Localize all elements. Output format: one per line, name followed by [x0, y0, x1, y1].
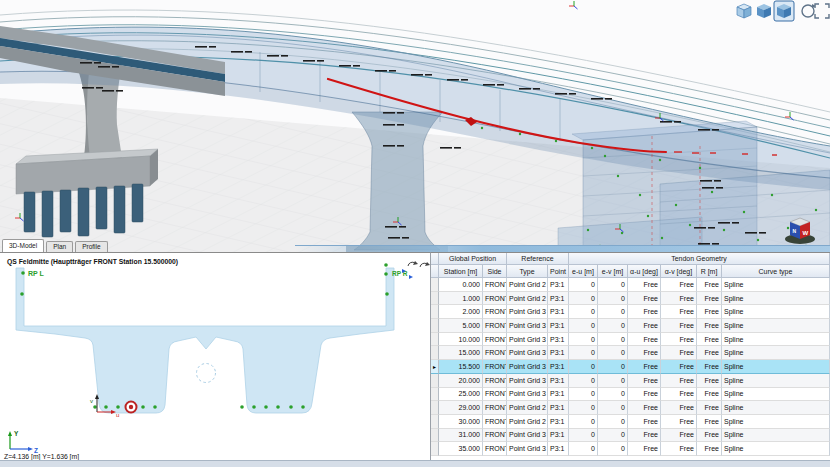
cell-alpha-v[interactable]: Free — [661, 415, 697, 429]
cell-curve-type[interactable]: Spline — [722, 292, 830, 306]
cell-r[interactable]: Free — [697, 442, 722, 456]
cell-alpha-v[interactable]: Free — [661, 346, 697, 360]
cell-alpha-v[interactable]: Free — [661, 292, 697, 306]
cell-curve-type[interactable]: Spline — [722, 333, 830, 347]
table-row[interactable]: 35.000 FRONT Point Grid 3 P3:1 0 0 Free … — [431, 442, 830, 456]
cell-point[interactable]: P3:1 — [548, 442, 569, 456]
table-row[interactable]: 5.000 FRONT Point Grid 3 P3:1 0 0 Free F… — [431, 319, 830, 333]
cell-r[interactable]: Free — [697, 429, 722, 443]
cell-r[interactable]: Free — [697, 415, 722, 429]
cell-station[interactable]: 0.000 — [439, 278, 483, 292]
table-row[interactable]: 20.000 FRONT Point Grid 3 P3:1 0 0 Free … — [431, 374, 830, 388]
cell-eu[interactable]: 0 — [569, 374, 598, 388]
cell-station[interactable]: 5.000 — [439, 319, 483, 333]
row-selector[interactable] — [431, 319, 439, 333]
cell-type[interactable]: Point Grid 3 — [507, 442, 548, 456]
cell-alpha-u[interactable]: Free — [628, 442, 661, 456]
cell-eu[interactable]: 0 — [569, 401, 598, 415]
cell-alpha-v[interactable]: Free — [661, 442, 697, 456]
cell-r[interactable]: Free — [697, 388, 722, 402]
cell-type[interactable]: Point Grid 3 — [507, 305, 548, 319]
row-selector[interactable] — [431, 374, 439, 388]
cell-side[interactable]: FRONT — [483, 333, 507, 347]
table-row[interactable]: 10.000 FRONT Point Grid 3 P3:1 0 0 Free … — [431, 333, 830, 347]
cell-alpha-u[interactable]: Free — [628, 305, 661, 319]
cell-alpha-v[interactable]: Free — [661, 305, 697, 319]
tendon-point-selected[interactable] — [126, 402, 137, 413]
cell-alpha-v[interactable]: Free — [661, 374, 697, 388]
cell-alpha-u[interactable]: Free — [628, 292, 661, 306]
row-selector[interactable] — [431, 442, 439, 456]
cell-eu[interactable]: 0 — [569, 429, 598, 443]
cell-eu[interactable]: 0 — [569, 415, 598, 429]
cell-point[interactable]: P3:1 — [548, 278, 569, 292]
cell-side[interactable]: FRONT — [483, 292, 507, 306]
cell-alpha-u[interactable]: Free — [628, 360, 661, 374]
cell-point[interactable]: P3:1 — [548, 305, 569, 319]
cell-side[interactable]: FRONT — [483, 401, 507, 415]
cell-point[interactable]: P3:1 — [548, 333, 569, 347]
cell-point[interactable]: P3:1 — [548, 346, 569, 360]
cell-eu[interactable]: 0 — [569, 442, 598, 456]
cell-curve-type[interactable]: Spline — [722, 442, 830, 456]
cell-alpha-v[interactable]: Free — [661, 429, 697, 443]
cell-curve-type[interactable]: Spline — [722, 429, 830, 443]
cell-curve-type[interactable]: Spline — [722, 278, 830, 292]
cell-curve-type[interactable]: Spline — [722, 305, 830, 319]
cell-alpha-u[interactable]: Free — [628, 346, 661, 360]
cell-point[interactable]: P3:1 — [548, 319, 569, 333]
cell-curve-type[interactable]: Spline — [722, 401, 830, 415]
cell-ev[interactable]: 0 — [598, 415, 628, 429]
tab-profile[interactable]: Profile — [75, 241, 107, 252]
cell-ev[interactable]: 0 — [598, 333, 628, 347]
cell-alpha-u[interactable]: Free — [628, 388, 661, 402]
row-selector[interactable] — [431, 346, 439, 360]
row-selector[interactable] — [431, 401, 439, 415]
cell-r[interactable]: Free — [697, 401, 722, 415]
cell-side[interactable]: FRONT — [483, 278, 507, 292]
table-row[interactable]: 29.000 FRONT Point Grid 2 P3:1 0 0 Free … — [431, 401, 830, 415]
wireframe-cube-icon[interactable] — [737, 4, 751, 18]
cell-point[interactable]: P3:1 — [548, 360, 569, 374]
table-row[interactable]: 2.000 FRONT Point Grid 3 P3:1 0 0 Free F… — [431, 305, 830, 319]
row-selector[interactable]: ▸ — [431, 360, 439, 374]
cell-side[interactable]: FRONT — [483, 429, 507, 443]
cell-side[interactable]: FRONT — [483, 415, 507, 429]
cell-ev[interactable]: 0 — [598, 360, 628, 374]
cell-side[interactable]: FRONT — [483, 319, 507, 333]
cell-alpha-u[interactable]: Free — [628, 278, 661, 292]
cell-alpha-u[interactable]: Free — [628, 401, 661, 415]
cell-r[interactable]: Free — [697, 278, 722, 292]
row-selector[interactable] — [431, 292, 439, 306]
cell-type[interactable]: Point Grid 2 — [507, 415, 548, 429]
cell-side[interactable]: FRONT — [483, 305, 507, 319]
cross-section-panel[interactable]: QS Feldmitte (Hauptträger FRONT Station … — [0, 252, 430, 460]
cell-point[interactable]: P3:1 — [548, 374, 569, 388]
cell-curve-type[interactable]: Spline — [722, 360, 830, 374]
cell-station[interactable]: 20.000 — [439, 374, 483, 388]
cell-eu[interactable]: 0 — [569, 278, 598, 292]
row-selector[interactable] — [431, 305, 439, 319]
row-selector[interactable] — [431, 278, 439, 292]
cell-type[interactable]: Point Grid 3 — [507, 374, 548, 388]
cell-alpha-u[interactable]: Free — [628, 415, 661, 429]
cell-station[interactable]: 30.000 — [439, 415, 483, 429]
cell-station[interactable]: 1.000 — [439, 292, 483, 306]
cell-eu[interactable]: 0 — [569, 346, 598, 360]
table-row[interactable]: 25.000 FRONT Point Grid 3 P3:1 0 0 Free … — [431, 388, 830, 402]
cell-type[interactable]: Point Grid 3 — [507, 388, 548, 402]
solid-cube-icon[interactable] — [774, 1, 794, 21]
cell-ev[interactable]: 0 — [598, 292, 628, 306]
cell-r[interactable]: Free — [697, 319, 722, 333]
cell-type[interactable]: Point Grid 3 — [507, 319, 548, 333]
cell-r[interactable]: Free — [697, 305, 722, 319]
table-row[interactable]: 1.000 FRONT Point Grid 2 P3:1 0 0 Free F… — [431, 292, 830, 306]
cell-curve-type[interactable]: Spline — [722, 388, 830, 402]
cell-ev[interactable]: 0 — [598, 305, 628, 319]
cell-type[interactable]: Point Grid 2 — [507, 401, 548, 415]
cell-type[interactable]: Point Grid 3 — [507, 360, 548, 374]
cell-r[interactable]: Free — [697, 360, 722, 374]
cell-curve-type[interactable]: Spline — [722, 319, 830, 333]
table-row[interactable]: 31.000 FRONT Point Grid 3 P3:1 0 0 Free … — [431, 429, 830, 443]
cell-station[interactable]: 31.000 — [439, 429, 483, 443]
